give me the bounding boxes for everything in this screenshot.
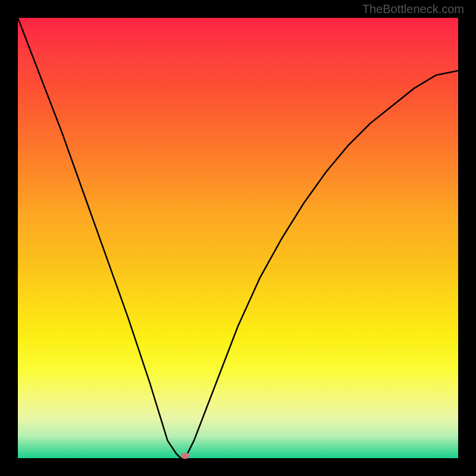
chart-plot-area [18, 18, 458, 458]
watermark-text: TheBottleneck.com [362, 2, 464, 16]
chart-curve [18, 18, 458, 458]
chart-marker-dot [181, 453, 189, 459]
